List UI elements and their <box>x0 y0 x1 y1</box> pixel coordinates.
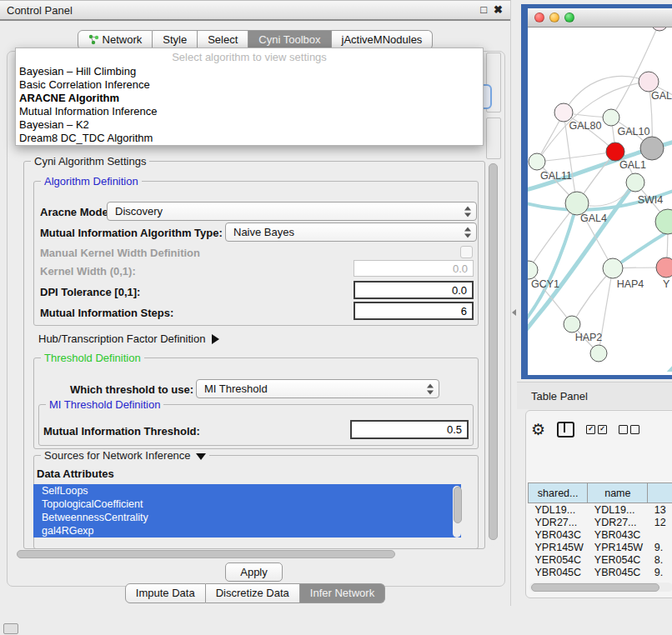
dpi-tolerance-label: DPI Tolerance [0,1]: <box>40 286 140 298</box>
table-horizontal-scrollbar[interactable] <box>529 582 672 592</box>
network-node[interactable] <box>603 258 623 278</box>
close-window-icon[interactable]: ✖ <box>494 3 503 16</box>
sources-group-title-row[interactable]: Sources for Network Inference <box>41 449 209 462</box>
column-header[interactable]: name <box>588 483 648 503</box>
network-edge <box>639 359 672 372</box>
algorithm-option[interactable]: Bayesian – Hill Climbing <box>16 65 483 78</box>
table-cell: YPR145W <box>588 541 648 553</box>
algorithm-popup-list: Bayesian – Hill ClimbingBasic Correlatio… <box>16 65 483 145</box>
table-row[interactable]: YBL079WYBL079W <box>529 578 672 581</box>
table-row[interactable]: YPR145WYPR145W9. <box>529 541 672 553</box>
table-cell: YBR045C <box>529 566 588 578</box>
algorithm-option[interactable]: ARACNE Algorithm <box>16 92 483 105</box>
tab-select-label: Select <box>208 33 238 46</box>
algorithm-option[interactable]: Mutual Information Inference <box>16 105 483 118</box>
scrollbar-thumb[interactable] <box>17 550 395 558</box>
node-label: GAL80 <box>569 120 602 132</box>
settings-vertical-scrollbar[interactable] <box>487 161 498 546</box>
data-attributes-list[interactable]: SelfLoopsTopologicalCoefficientBetweenne… <box>33 484 464 546</box>
taskbar-fragment-icon <box>3 623 18 634</box>
mi-threshold-label: Mutual Information Threshold: <box>43 425 200 438</box>
tab-style-label: Style <box>163 33 187 46</box>
scrollbar-thumb[interactable] <box>454 487 462 523</box>
expanded-arrow-icon <box>196 453 206 460</box>
attribute-list-item[interactable]: gal4RGexp <box>33 524 461 538</box>
mi-threshold-field[interactable] <box>350 420 469 439</box>
table-cell: YDL19... <box>588 503 648 517</box>
algorithm-definition-title: Algorithm Definition <box>41 175 142 188</box>
table-row[interactable]: YER054CYER054C8. <box>529 553 672 566</box>
tab-impute-data[interactable]: Impute Data <box>125 583 206 603</box>
close-traffic-light-icon[interactable] <box>534 12 544 22</box>
node-label: GAL <box>651 90 672 102</box>
network-node[interactable] <box>640 137 664 160</box>
aracne-mode-combobox[interactable]: Discovery <box>107 202 477 221</box>
column-header[interactable] <box>648 483 672 503</box>
gear-icon[interactable]: ⚙ <box>531 422 545 438</box>
panel-splitter-handle[interactable] <box>512 309 516 316</box>
manual-kernel-checkbox[interactable] <box>460 246 473 258</box>
tab-infer-network[interactable]: Infer Network <box>300 583 385 603</box>
table-cell: YPR145W <box>529 541 588 553</box>
network-node[interactable] <box>655 209 672 234</box>
network-node[interactable] <box>564 316 580 332</box>
table-clip: shared...name YDL19...YDL19...13YDR27...… <box>526 446 672 581</box>
tab-discretize-data[interactable]: Discretize Data <box>206 583 300 603</box>
table-panel-title: Table Panel <box>517 390 588 402</box>
network-node[interactable] <box>528 261 538 279</box>
settings-horizontal-scrollbar[interactable] <box>15 549 487 558</box>
attribute-list-item[interactable]: BetweennessCentrality <box>33 511 461 524</box>
kernel-width-field[interactable] <box>354 260 474 277</box>
network-window-titlebar <box>528 8 672 28</box>
network-node[interactable] <box>656 258 672 278</box>
column-header[interactable]: shared... <box>529 483 588 503</box>
node-label: GAL11 <box>540 170 572 182</box>
attribute-list-item[interactable]: TopologicalCoefficient <box>33 498 461 511</box>
deselect-all-columns-icon[interactable] <box>619 425 639 434</box>
table-row[interactable]: YBR045CYBR045C9. <box>529 566 672 578</box>
tab-network-label: Network <box>103 33 143 46</box>
network-node[interactable] <box>651 28 668 31</box>
network-icon <box>88 34 99 45</box>
node-label: GAL1 <box>619 159 646 171</box>
network-node[interactable] <box>529 153 545 170</box>
network-node[interactable] <box>626 173 644 192</box>
manual-kernel-label: Manual Kernel Width Definition <box>40 247 200 259</box>
network-node[interactable] <box>590 345 607 362</box>
network-node[interactable] <box>603 109 619 126</box>
which-threshold-combobox[interactable]: MI Threshold <box>196 379 439 398</box>
network-view-window: GALGAL80GAL10GAL1GAL11SWI4GAL4GCY1HAP4YH… <box>521 4 672 379</box>
scrollbar-thumb[interactable] <box>531 583 659 592</box>
network-canvas[interactable]: GALGAL80GAL10GAL1GAL11SWI4GAL4GCY1HAP4YH… <box>528 28 672 372</box>
mi-type-combobox[interactable]: Naive Bayes <box>225 222 477 242</box>
mi-steps-field[interactable] <box>354 302 474 320</box>
algorithm-option[interactable]: Basic Correlation Inference <box>16 78 483 92</box>
hub-factor-expander[interactable]: Hub/Transcription Factor Definition <box>38 332 219 345</box>
hub-factor-label: Hub/Transcription Factor Definition <box>38 332 205 345</box>
apply-button[interactable]: Apply <box>225 562 283 582</box>
algorithm-dropdown-popup: Select algorithm to view settings Bayesi… <box>15 48 484 146</box>
table-row[interactable]: YDL19...YDL19...13 <box>529 503 672 517</box>
float-window-icon[interactable]: □ <box>480 3 487 16</box>
dpi-tolerance-field[interactable] <box>354 281 474 299</box>
minimize-traffic-light-icon[interactable] <box>549 12 559 22</box>
network-node[interactable] <box>639 72 659 92</box>
columns-icon[interactable] <box>557 422 574 438</box>
table-cell: 8. <box>648 553 672 566</box>
algorithm-option[interactable]: Dream8 DC_TDC Algorithm <box>16 132 483 145</box>
collapsed-arrow-icon <box>212 334 219 344</box>
table-body: YDL19...YDL19...13YDR27...YDR27...12YBR0… <box>529 503 672 582</box>
algorithm-option[interactable]: Bayesian – K2 <box>16 118 483 132</box>
select-all-columns-icon[interactable]: ✓✓ <box>586 425 607 434</box>
zoom-traffic-light-icon[interactable] <box>564 12 574 22</box>
network-node[interactable] <box>554 103 573 122</box>
table-row[interactable]: YDR27...YDR27...12 <box>529 516 672 528</box>
attribute-list-item[interactable]: SelfLoops <box>33 484 461 498</box>
attribute-list-scrollbar[interactable] <box>453 486 461 538</box>
network-node[interactable] <box>606 142 624 161</box>
network-node[interactable] <box>565 192 589 215</box>
table-cell: YER054C <box>529 553 588 566</box>
table-row[interactable]: YBR043CYBR043C <box>529 528 672 541</box>
scrollbar-thumb[interactable] <box>489 163 498 540</box>
tab-infer-network-label: Infer Network <box>310 587 374 599</box>
